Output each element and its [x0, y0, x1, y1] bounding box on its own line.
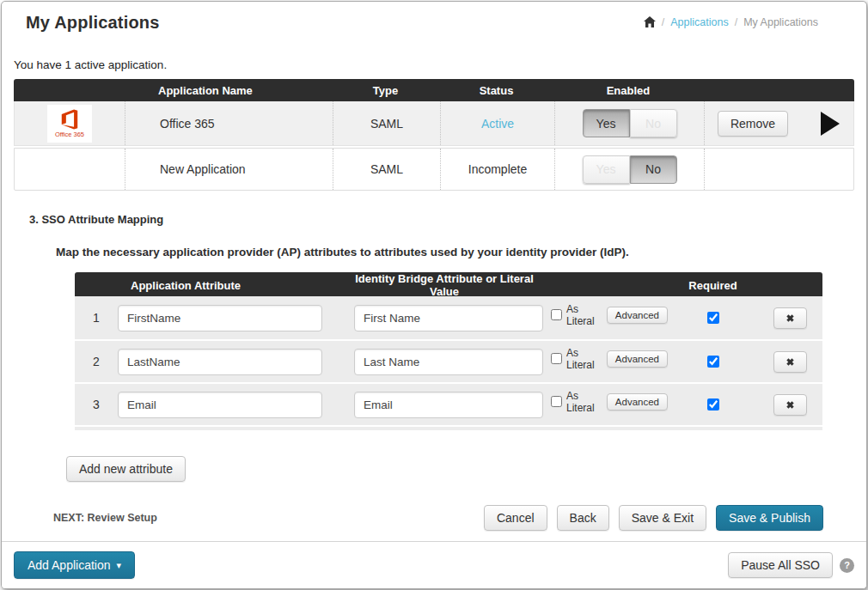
mapping-table-header: Application Attribute Identity Bridge At… [75, 272, 822, 296]
header-application-name: Application Name [124, 84, 332, 97]
application-status: Active [440, 101, 554, 145]
as-literal-cell: As Literal Advanced [547, 296, 668, 339]
add-application-button[interactable]: Add Application ▾ [14, 551, 135, 579]
row-index: 2 [75, 341, 118, 382]
applications-table-header: Application Name Type Status Enabled [14, 79, 854, 101]
toggle-no[interactable]: No [630, 109, 677, 137]
header-identity-bridge-attribute: Identity Bridge Attribute or Literal Val… [341, 272, 547, 298]
footer-bar: Add Application ▾ Pause All SSO ? [2, 541, 866, 588]
application-attribute-input[interactable] [118, 349, 322, 375]
my-applications-page: My Applications / Applications / My Appl… [1, 1, 867, 589]
as-literal-cell: As Literal Advanced [547, 341, 668, 382]
advanced-button[interactable]: Advanced [607, 307, 668, 324]
attribute-mapping-table: Application Attribute Identity Bridge At… [75, 272, 822, 430]
breadcrumb-current: My Applications [743, 16, 818, 28]
breadcrumb-separator: / [735, 16, 737, 28]
breadcrumb-link-applications[interactable]: Applications [670, 16, 728, 28]
back-button[interactable]: Back [557, 505, 609, 531]
mapping-row: 3 As Literal Advanced [75, 382, 822, 425]
action-cell [704, 149, 801, 190]
application-attribute-input[interactable] [118, 392, 322, 418]
pause-all-sso-button[interactable]: Pause All SSO [728, 552, 833, 578]
save-and-exit-button[interactable]: Save & Exit [619, 505, 706, 531]
remove-x-icon [785, 313, 796, 324]
header-application-attribute: Application Attribute [118, 279, 341, 292]
application-type: SAML [333, 101, 440, 145]
required-checkbox[interactable] [707, 356, 719, 368]
application-attribute-input[interactable] [118, 305, 322, 331]
application-type: SAML [333, 149, 440, 190]
application-attribute-cell [118, 296, 341, 339]
office-365-logo-label: Office 365 [55, 131, 84, 138]
application-icon-cell [15, 149, 125, 190]
identity-bridge-attribute-cell [341, 341, 547, 382]
enabled-toggle[interactable]: Yes No [583, 109, 677, 137]
row-index: 1 [75, 296, 118, 339]
identity-bridge-attribute-input[interactable] [354, 305, 543, 331]
header-type: Type [332, 84, 439, 97]
remove-attribute-cell [758, 384, 822, 425]
help-icon[interactable]: ? [840, 558, 854, 573]
cancel-button[interactable]: Cancel [484, 505, 547, 531]
office-365-logo: Office 365 [47, 105, 92, 143]
caret-down-icon: ▾ [117, 561, 122, 570]
toggle-no[interactable]: No [630, 155, 677, 184]
sso-attribute-mapping-description: Map the necessary application provider (… [56, 246, 866, 259]
applications-table: Application Name Type Status Enabled Off… [14, 79, 854, 191]
identity-bridge-attribute-input[interactable] [354, 392, 543, 418]
expand-arrow-icon[interactable] [821, 112, 840, 136]
remove-attribute-button[interactable] [773, 307, 807, 329]
action-cell: Remove [704, 101, 801, 145]
add-application-label: Add Application [28, 558, 111, 572]
required-checkbox[interactable] [707, 398, 719, 411]
table-row-office-365: Office 365 Office 365 SAML Active Yes No… [14, 101, 854, 146]
as-literal-label: As Literal [566, 390, 602, 414]
identity-bridge-attribute-input[interactable] [354, 349, 543, 375]
table-row-new-application: New Application SAML Incomplete Yes No [14, 148, 854, 191]
required-checkbox[interactable] [707, 312, 719, 324]
remove-x-icon [785, 399, 796, 411]
add-new-attribute-button[interactable]: Add new attribute [66, 456, 186, 482]
enabled-cell: Yes No [554, 101, 704, 145]
remove-attribute-button[interactable] [773, 394, 807, 416]
breadcrumb-separator: / [662, 16, 664, 28]
remove-attribute-cell [758, 341, 822, 382]
table-footer-strip [75, 425, 822, 430]
wizard-action-buttons: Cancel Back Save & Exit Save & Publish [484, 505, 823, 531]
save-and-publish-button[interactable]: Save & Publish [716, 505, 823, 531]
toggle-yes[interactable]: Yes [583, 109, 630, 137]
application-name: New Application [125, 149, 333, 190]
application-status: Incomplete [440, 149, 554, 190]
advanced-button[interactable]: Advanced [607, 350, 668, 368]
remove-x-icon [785, 356, 796, 368]
required-cell [668, 341, 758, 382]
home-icon[interactable] [644, 16, 656, 27]
sso-attribute-mapping-heading: 3. SSO Attribute Mapping [29, 213, 866, 226]
header-status: Status [439, 84, 553, 97]
wizard-footer-row: NEXT: Review Setup Cancel Back Save & Ex… [53, 505, 823, 531]
expand-cell [801, 101, 853, 145]
toggle-yes[interactable]: Yes [583, 155, 630, 184]
mapping-row: 2 As Literal Advanced [75, 339, 822, 382]
required-cell [668, 384, 758, 425]
remove-button[interactable]: Remove [718, 111, 788, 137]
application-attribute-cell [118, 384, 341, 425]
breadcrumb: / Applications / My Applications [644, 16, 818, 28]
application-icon-cell: Office 365 [15, 101, 125, 145]
as-literal-checkbox[interactable] [551, 396, 562, 407]
remove-attribute-cell [758, 296, 822, 339]
as-literal-checkbox[interactable] [551, 309, 562, 320]
identity-bridge-attribute-cell [341, 384, 547, 425]
page-header: My Applications / Applications / My Appl… [2, 2, 866, 45]
active-application-count: You have 1 active application. [14, 58, 866, 71]
identity-bridge-attribute-cell [341, 296, 547, 339]
as-literal-cell: As Literal Advanced [547, 384, 668, 425]
remove-attribute-button[interactable] [773, 351, 807, 373]
enabled-toggle[interactable]: Yes No [583, 155, 677, 184]
row-index: 3 [75, 384, 118, 425]
advanced-button[interactable]: Advanced [607, 393, 668, 411]
header-required: Required [668, 279, 758, 292]
as-literal-checkbox[interactable] [551, 353, 562, 364]
mapping-row: 1 As Literal Advanced [75, 296, 822, 339]
application-name: Office 365 [125, 101, 333, 145]
